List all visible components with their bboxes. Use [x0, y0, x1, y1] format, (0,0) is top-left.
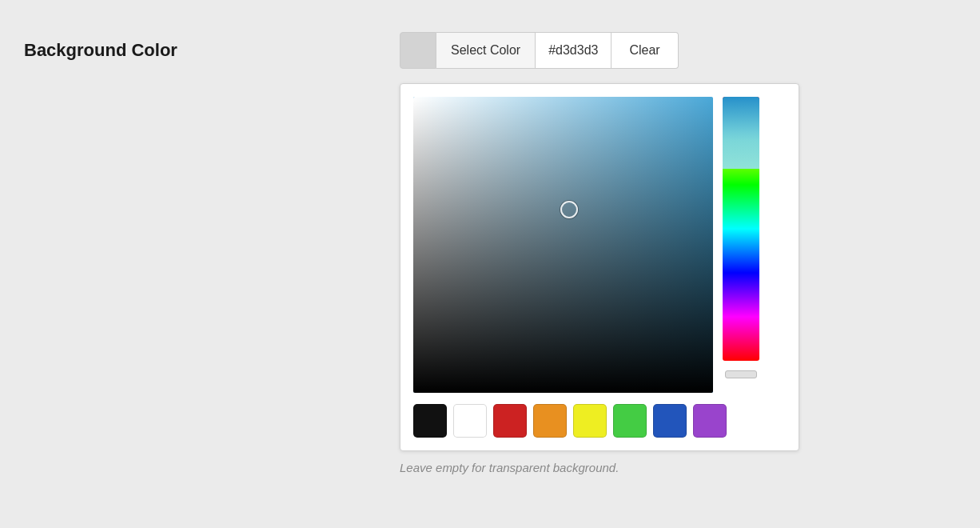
picker-cursor[interactable] — [560, 201, 578, 218]
color-preview-swatch[interactable] — [400, 32, 436, 69]
hue-slider-area — [723, 97, 759, 393]
select-color-button[interactable]: Select Color — [436, 32, 536, 69]
swatch-yellow[interactable] — [573, 404, 607, 438]
picker-top — [413, 97, 786, 393]
swatch-red[interactable] — [493, 404, 527, 438]
hue-slider-thumb[interactable] — [725, 370, 757, 378]
swatch-blue[interactable] — [653, 404, 687, 438]
swatches-row — [413, 404, 786, 438]
swatch-orange[interactable] — [533, 404, 567, 438]
swatch-black[interactable] — [413, 404, 447, 438]
background-color-label: Background Color — [24, 40, 248, 61]
hue-slider-track[interactable] — [723, 97, 759, 361]
color-picker-panel — [400, 83, 799, 451]
hue-selected-region — [723, 97, 759, 169]
hex-value-display: #d3d3d3 — [536, 32, 612, 69]
swatch-white[interactable] — [453, 404, 487, 438]
swatch-purple[interactable] — [693, 404, 727, 438]
header-controls: Select Color #d3d3d3 Clear — [400, 32, 679, 69]
main-container: Background Color Select Color #d3d3d3 Cl… — [24, 32, 956, 474]
saturation-value-area[interactable] — [413, 97, 713, 393]
header-row: Background Color Select Color #d3d3d3 Cl… — [24, 32, 956, 69]
swatch-green[interactable] — [613, 404, 647, 438]
hint-text: Leave empty for transparent background. — [400, 461, 956, 474]
saturation-black-gradient — [413, 97, 713, 393]
clear-button[interactable]: Clear — [612, 32, 678, 69]
